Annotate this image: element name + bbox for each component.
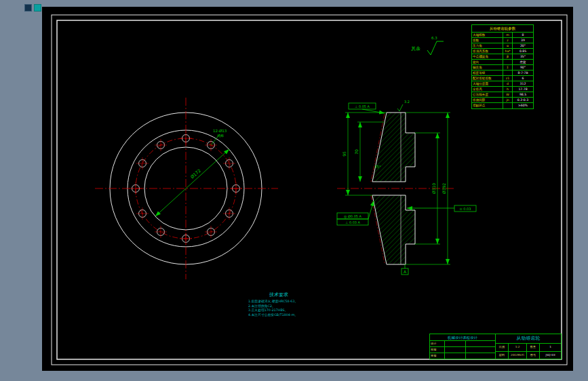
roughness-note-text: 其余	[411, 46, 420, 52]
qty-label: 数量	[527, 344, 540, 351]
bolt-hole	[155, 226, 167, 238]
dim-d-outer: Ø392	[442, 183, 446, 194]
roughness-check-icon	[427, 41, 444, 55]
qty-value: 1	[540, 344, 561, 351]
tech-requirement-line: 4.未注尺寸公差按GB/T1804-m。	[248, 313, 343, 318]
front-centerlines	[95, 98, 278, 279]
holes-note: 12-Ø13	[213, 129, 227, 133]
datum-label: A	[404, 269, 407, 274]
tech-requirements-title: 技术要求	[255, 292, 302, 298]
param-row: 旋向左旋	[472, 60, 533, 65]
sign-cell	[445, 353, 466, 359]
sign-cell	[445, 347, 466, 353]
dim-w2: 70	[354, 149, 359, 155]
bolt-hole	[180, 132, 192, 144]
roughness-top-label: 3.2	[404, 100, 410, 104]
sign-cell	[466, 347, 495, 353]
roughness-marks	[397, 104, 403, 111]
front-diameter-label: Ø172	[189, 168, 201, 180]
param-row: 齿数z39	[472, 38, 533, 43]
scale-value: 1:2	[509, 344, 527, 351]
param-row: 配对齿轮齿数z16	[472, 76, 533, 81]
bolt-hole	[180, 233, 192, 245]
param-row: 压力角α20°	[472, 43, 533, 49]
gdt2a-label: ◎ Ø0.05 A	[344, 214, 362, 218]
param-row: 精度等级8-7-7B	[472, 71, 533, 76]
front-diameter-dim	[155, 149, 229, 216]
title-block-left: 机械设计课程设计 设计 校核 审核	[430, 334, 496, 359]
param-row: 中点螺旋角β35°	[472, 54, 533, 60]
title-block: 机械设计课程设计 设计 校核 审核 从动锥齿轮 比例 1:2 数量	[429, 334, 562, 359]
scale-label: 比例	[496, 344, 509, 351]
sign-label: 校核	[430, 347, 445, 353]
sign-label: 设计	[430, 341, 445, 346]
sign-cell	[445, 341, 466, 346]
surface-roughness-note: 其余 6.3	[411, 36, 444, 55]
roughness-value: 6.3	[431, 36, 437, 40]
bolt-hole	[223, 207, 235, 220]
gdt3-label: ⊙ 0.03	[460, 207, 471, 211]
gear-parameter-table: 从动锥齿轮参数 大端模数m8 齿数z39 压力角α20° 齿顶高系数ha*0.8…	[471, 24, 534, 109]
gdt2b-label: ⊥ 0.03 A	[345, 220, 361, 224]
bolt-hole	[136, 207, 149, 220]
front-view: Ø172 12-Ø13 均布	[95, 98, 278, 279]
title-block-row: 比例 1:2 数量 1	[496, 344, 561, 352]
section-view: 95 70 35° Ø310 Ø392	[337, 100, 476, 275]
sign-label: 审核	[430, 353, 445, 359]
part-name: 从动锥齿轮	[496, 334, 561, 344]
material-label: 材料	[496, 352, 509, 359]
bolt-hole	[136, 157, 149, 169]
param-table-title: 从动锥齿轮参数	[472, 25, 533, 33]
sign-row: 审核	[430, 353, 495, 359]
dim-d-inner: Ø310	[431, 183, 436, 194]
gdt1-label: ⊥ 0.05 A	[355, 104, 370, 108]
holes-note-2: 均布	[217, 134, 224, 138]
sign-cell	[466, 353, 495, 359]
param-row: 大端分度圆d312	[472, 81, 533, 87]
param-row: 大端模数m8	[472, 33, 533, 38]
param-row: 齿侧间隙jn0.2-0.3	[472, 98, 533, 103]
sign-row: 设计	[430, 341, 495, 347]
bolt-hole	[130, 182, 142, 195]
param-row: 全齿高h17.78	[472, 87, 533, 92]
dim-angle: 35°	[374, 165, 381, 169]
technical-requirements: 技术要求 1.齿面渗碳淬火,硬度HRC58-63。 2.未注明倒角C2。 3.正…	[248, 292, 343, 317]
bolt-hole	[230, 182, 242, 195]
title-block-row: 材料 20CrMnTi 图号 JSQ-03	[496, 352, 561, 359]
param-row: 接触斑点≥60%	[472, 103, 533, 108]
section-top-half	[372, 113, 415, 182]
drawing-no-label: 图号	[527, 352, 540, 359]
bolt-hole	[155, 139, 167, 151]
dim-w1: 95	[342, 151, 347, 157]
sign-row: 校核	[430, 347, 495, 353]
param-row: 轴交角Σ90°	[472, 65, 533, 71]
company-name: 机械设计课程设计	[430, 334, 495, 341]
title-block-right: 从动锥齿轮 比例 1:2 数量 1 材料 20CrMnTi 图号 JSQ-03	[496, 334, 561, 359]
sign-cell	[466, 341, 495, 346]
drawing-no-value: JSQ-03	[540, 352, 561, 359]
section-bottom-half	[372, 195, 415, 264]
material-value: 20CrMnTi	[509, 352, 527, 359]
bolt-hole	[205, 226, 217, 238]
cad-viewport[interactable]: Ø172 12-Ø13 均布	[0, 0, 588, 381]
param-row: 齿顶高系数ha*0.85	[472, 49, 533, 54]
param-row: 公法线长度W98.5	[472, 92, 533, 98]
gdt-frames	[337, 103, 476, 275]
bolt-hole	[223, 157, 235, 169]
